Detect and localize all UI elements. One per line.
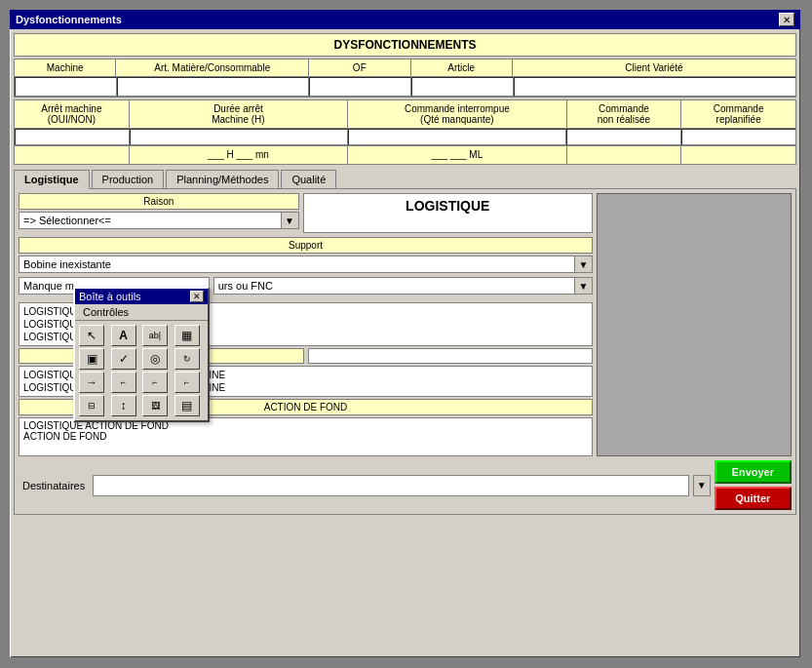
cause-input[interactable]	[308, 348, 594, 364]
art-header: Art. Matière/Consommable	[116, 59, 309, 76]
tool-box1[interactable]: ⌐	[111, 372, 136, 393]
duree-input[interactable]	[130, 129, 348, 145]
tool-label[interactable]: A	[111, 325, 136, 346]
tab-qualite[interactable]: Qualité	[281, 170, 336, 189]
tab-planning[interactable]: Planning/Méthodes	[166, 170, 279, 189]
toolbox-title-text: Boîte à outils	[79, 291, 141, 302]
h-label	[15, 146, 130, 164]
tool-textbox[interactable]: ab|	[142, 325, 168, 346]
logistique-title: LOGISTIQUE	[303, 193, 594, 233]
quitter-button[interactable]: Quitter	[715, 487, 792, 510]
tool-frame[interactable]: ▣	[79, 348, 104, 370]
tool-grid[interactable]: ▦	[174, 325, 200, 346]
tool-list[interactable]: ▤	[174, 395, 200, 416]
tab-production[interactable]: Production	[92, 170, 165, 189]
close-button[interactable]: ✕	[779, 13, 794, 26]
tool-box2[interactable]: ⌐	[142, 372, 168, 393]
raison-select-text: => Sélectionner<=	[19, 213, 281, 228]
article-header: Article	[411, 59, 513, 76]
support-dropdown-arrow[interactable]: ▼	[574, 256, 592, 272]
tab-content: Raison => Sélectionner<= ▼ LOGISTIQUE Su…	[14, 188, 796, 515]
support-text: Bobine inexistante	[19, 256, 574, 272]
toolbox-title-bar: Boîte à outils ✕	[75, 289, 208, 304]
tool-box3[interactable]: ⌐	[174, 372, 200, 393]
of-header: OF	[309, 59, 410, 76]
raison-label: Raison	[19, 193, 299, 210]
ml-label: ___ ___ ML	[348, 146, 566, 164]
tool-minus[interactable]: ⊟	[79, 395, 104, 416]
support-dropdown[interactable]: Bobine inexistante ▼	[19, 255, 593, 273]
tabs-container: Logistique Production Planning/Méthodes …	[14, 169, 796, 188]
tool-spin[interactable]: ↻	[174, 348, 200, 370]
machine-header: Machine	[15, 59, 116, 76]
machine-input[interactable]	[15, 77, 117, 97]
tool-arrow[interactable]: →	[79, 372, 104, 393]
commande-int-header: Commande interrompue (Qté manquante)	[348, 100, 566, 128]
commande-int-input[interactable]	[348, 129, 566, 145]
arret-input[interactable]	[15, 129, 130, 145]
action-text: LOGISTIQUE ACTION DE FOND ACTION DE FOND	[19, 417, 593, 456]
fnc-text: urs ou FNC	[214, 278, 574, 294]
raison-row: Raison => Sélectionner<= ▼ LOGISTIQUE	[19, 193, 593, 233]
title-bar: Dysfonctionnements ✕	[10, 10, 800, 29]
commande-rep-input[interactable]	[681, 129, 795, 145]
form-row2: Arrêt machine (OUI/NON) Durée arrêt Mach…	[14, 99, 796, 165]
bottom-bar: Destinataires ▼ Envoyer Quitter	[19, 460, 792, 510]
commande-nr-header: Commande non réalisée	[567, 100, 682, 128]
of-input[interactable]	[309, 77, 411, 97]
main-window: Dysfonctionnements ✕ DYSFONCTIONNEMENTS …	[8, 8, 802, 659]
toolbox: Boîte à outils ✕ Contrôles ↖ A ab| ▦ ▣ ✓…	[73, 287, 210, 422]
raison-container: Raison => Sélectionner<= ▼	[19, 193, 299, 233]
form-header-row: Machine Art. Matière/Consommable OF Arti…	[14, 59, 796, 98]
commande-rep-header: Commande replanifiée	[681, 100, 795, 128]
envoyer-button[interactable]: Envoyer	[715, 460, 792, 484]
destinataires-input[interactable]	[93, 475, 688, 496]
tool-image[interactable]: 🖼	[142, 395, 168, 416]
fnc-dropdown[interactable]: urs ou FNC ▼	[213, 277, 593, 295]
tab-logistique[interactable]: Logistique	[14, 170, 90, 189]
arret-header: Arrêt machine (OUI/NON)	[15, 100, 130, 128]
fnc-dropdown-arrow[interactable]: ▼	[574, 278, 592, 294]
raison-dropdown[interactable]: => Sélectionner<= ▼	[19, 212, 299, 229]
article-input[interactable]	[411, 77, 514, 97]
client-input[interactable]	[514, 77, 795, 97]
section-header: DYSFONCTIONNEMENTS	[14, 33, 796, 57]
right-panel	[597, 193, 792, 456]
destinataires-label: Destinataires	[19, 478, 89, 493]
raison-dropdown-arrow[interactable]: ▼	[281, 213, 298, 228]
destinataires-dropdown-arrow[interactable]: ▼	[693, 475, 711, 496]
action-buttons: Envoyer Quitter	[715, 460, 792, 510]
duree-header: Durée arrêt Machine (H)	[130, 100, 348, 128]
tool-radio[interactable]: ◎	[142, 348, 168, 370]
empty-cell2	[681, 146, 795, 164]
commande-nr-input[interactable]	[566, 129, 681, 145]
client-header: Client Variété	[513, 59, 795, 76]
empty-cell1	[567, 146, 682, 164]
window-title: Dysfonctionnements	[16, 14, 122, 25]
tool-check[interactable]: ✓	[111, 348, 136, 370]
tool-updown[interactable]: ↕	[111, 395, 136, 416]
art-input[interactable]	[117, 77, 310, 97]
support-label: Support	[19, 237, 593, 254]
action-line-2: ACTION DE FOND	[23, 431, 588, 442]
toolbox-close-button[interactable]: ✕	[190, 291, 204, 302]
tool-pointer[interactable]: ↖	[79, 325, 104, 346]
h-mn-label: ___ H ___ mn	[130, 146, 348, 164]
main-content: DYSFONCTIONNEMENTS Machine Art. Matière/…	[10, 29, 800, 519]
toolbox-grid: ↖ A ab| ▦ ▣ ✓ ◎ ↻ → ⌐ ⌐ ⌐ ⊟ ↕ 🖼 ▤	[75, 321, 208, 420]
toolbox-tab[interactable]: Contrôles	[75, 304, 208, 321]
